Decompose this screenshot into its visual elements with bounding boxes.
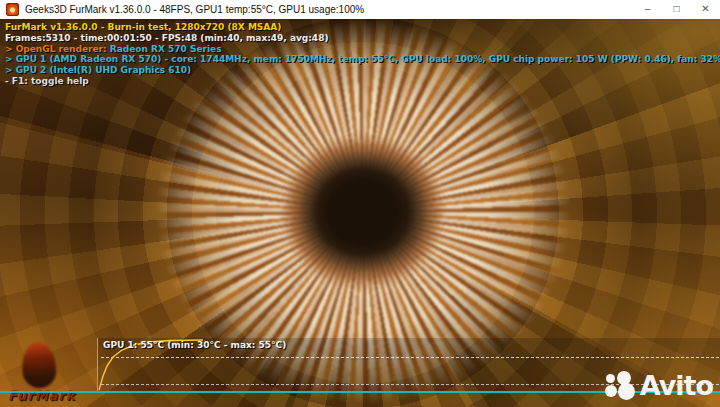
- osd-gpu2-line: > GPU 2 (Intel(R) UHD Graphics 610): [5, 65, 720, 76]
- fur-donut-pupil: [287, 142, 439, 282]
- furmark-window: Geeks3D FurMark v1.36.0.0 - 48FPS, GPU1 …: [0, 0, 720, 407]
- title-bar[interactable]: Geeks3D FurMark v1.36.0.0 - 48FPS, GPU1 …: [0, 0, 720, 19]
- close-button[interactable]: ✕: [691, 0, 720, 19]
- maximize-button[interactable]: □: [662, 0, 691, 19]
- osd-help-line: - F1: toggle help: [5, 76, 720, 87]
- window-title: Geeks3D FurMark v1.36.0.0 - 48FPS, GPU1 …: [25, 4, 364, 15]
- osd-frames-line: Frames:5310 - time:00:01:50 - FPS:48 (mi…: [5, 33, 720, 44]
- osd-renderer-value: Radeon RX 570 Series: [110, 44, 222, 54]
- window-controls: – □ ✕: [633, 0, 720, 19]
- osd-renderer-line: > OpenGL renderer: Radeon RX 570 Series: [5, 44, 720, 55]
- furmark-logo: FurMark: [8, 342, 98, 403]
- gpu-temp-label: GPU 1: 55°C (min: 30°C - max: 55°C): [103, 340, 286, 350]
- flame-icon: [20, 341, 57, 389]
- furmark-app-icon: [6, 3, 19, 16]
- avito-watermark-text: Avito: [640, 370, 713, 401]
- osd-gpu1-line: > GPU 1 (AMD Radeon RX 570) - core: 1744…: [5, 54, 720, 65]
- render-viewport: FurMark v1.36.0.0 - Burn-in test, 1280x7…: [0, 19, 720, 407]
- avito-watermark: Avito: [605, 370, 713, 401]
- osd-stats: FurMark v1.36.0.0 - Burn-in test, 1280x7…: [5, 22, 720, 87]
- osd-build-line: FurMark v1.36.0.0 - Burn-in test, 1280x7…: [5, 22, 720, 33]
- minimize-button[interactable]: –: [633, 0, 662, 19]
- osd-renderer-label: > OpenGL renderer:: [5, 44, 110, 54]
- avito-logo-icon: [605, 371, 636, 401]
